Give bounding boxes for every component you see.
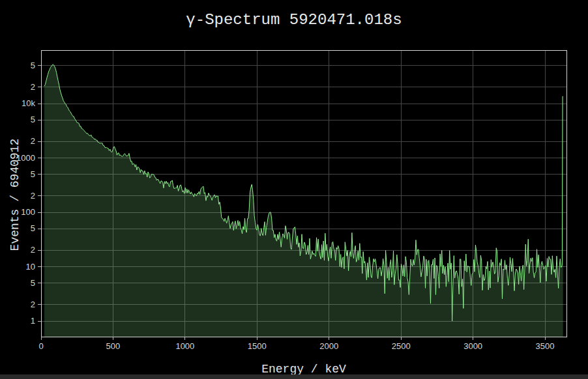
x-tick-label: 3000 xyxy=(452,342,494,351)
x-tick-label: 1000 xyxy=(164,342,206,351)
y-tick-label: 10 xyxy=(7,262,35,272)
bottom-bar xyxy=(0,374,588,379)
x-tick-label: 0 xyxy=(20,342,62,351)
y-tick-label: 1000 xyxy=(7,154,35,163)
y-tick-label: 100 xyxy=(7,208,35,217)
y-tick-label: 2 xyxy=(7,300,35,309)
chart-title: γ-Spectrum 5920471.018s xyxy=(0,11,588,29)
x-tick-label: 1500 xyxy=(236,342,278,351)
y-tick-label: 5 xyxy=(7,61,35,70)
spectrum-plot-canvas[interactable] xyxy=(0,0,588,379)
y-tick-label: 2 xyxy=(7,246,35,255)
y-tick-label: 5 xyxy=(7,279,35,288)
y-tick-label: 5 xyxy=(7,224,35,233)
x-tick-label: 2000 xyxy=(308,342,350,351)
x-tick-label: 3500 xyxy=(524,342,566,351)
spectrum-area-fill xyxy=(44,64,563,337)
y-tick-label: 2 xyxy=(7,137,35,146)
y-tick-label: 2 xyxy=(7,83,35,92)
y-tick-label: 10k xyxy=(7,99,35,108)
x-tick-label: 500 xyxy=(92,342,134,351)
y-tick-label: 5 xyxy=(7,170,35,179)
x-tick-label: 2500 xyxy=(380,342,422,351)
y-tick-label: 1 xyxy=(7,316,35,326)
y-tick-label: 5 xyxy=(7,115,35,124)
y-tick-label: 2 xyxy=(7,191,35,201)
x-axis-title: Energy / keV xyxy=(41,363,566,376)
